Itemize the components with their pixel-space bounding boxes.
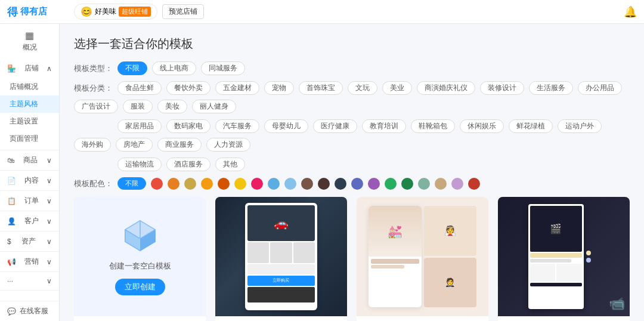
color-all[interactable]: 不限 xyxy=(117,177,146,190)
filter-cat-home[interactable]: 家居用品 xyxy=(117,119,162,133)
assets-label: 资产 xyxy=(21,236,36,246)
filter-cat-pet[interactable]: 宠物 xyxy=(264,81,294,95)
store-group-label: 店铺 xyxy=(24,63,39,73)
sidebar-group-orders-header[interactable]: 📋 订单 ∨ xyxy=(0,191,59,211)
filter-cat-digital[interactable]: 数码家电 xyxy=(166,119,210,133)
filter-cat-food2[interactable]: 餐饮外卖 xyxy=(166,81,210,95)
store-name: 好美味 xyxy=(95,7,116,17)
filter-cat-hardware[interactable]: 五金建材 xyxy=(215,81,259,95)
color-indigo[interactable] xyxy=(351,178,363,190)
filter-type-label: 模板类型： xyxy=(74,63,113,74)
filter-cat-decor[interactable]: 装修设计 xyxy=(480,81,524,95)
filter-cat-other[interactable]: 其他 xyxy=(215,158,245,171)
filter-type-online[interactable]: 线上电商 xyxy=(152,61,196,75)
filter-cat-clothes[interactable]: 服装 xyxy=(123,100,153,113)
sidebar-group-goods-header[interactable]: 🛍 商品 ∨ xyxy=(0,150,59,170)
filter-cat-outdoor[interactable]: 运动户外 xyxy=(558,119,602,133)
cube-3d-icon xyxy=(122,218,158,254)
color-brown[interactable] xyxy=(301,178,313,190)
color-teal[interactable] xyxy=(418,178,430,190)
filter-cat-transport[interactable]: 运输物流 xyxy=(117,158,162,171)
filter-category-label: 模板分类： xyxy=(74,83,113,94)
filter-type-local[interactable]: 同城服务 xyxy=(201,61,245,75)
filter-category-row1: 模板分类： 食品生鲜 餐饮外卖 五金建材 宠物 首饰珠宝 文玩 美业 商演婚庆礼… xyxy=(74,81,630,113)
filter-cat-realestate[interactable]: 房地产 xyxy=(116,138,153,152)
color-purple[interactable] xyxy=(368,178,380,190)
color-yellow-orange[interactable] xyxy=(201,178,213,190)
color-mauve[interactable] xyxy=(451,178,463,190)
filter-cat-antique[interactable]: 文玩 xyxy=(348,81,377,95)
filter-cat-biz[interactable]: 商业服务 xyxy=(157,138,202,152)
filter-cat-jewelry[interactable]: 首饰珠宝 xyxy=(299,81,343,95)
customers-icon: 👤 xyxy=(7,217,16,226)
chevron-assets-icon: ∨ xyxy=(47,237,52,246)
filter-cat-shoes[interactable]: 鞋靴箱包 xyxy=(411,119,455,133)
filter-type-all[interactable]: 不限 xyxy=(117,61,147,75)
card-footer-car: 汽车配件展示购买模板 官方团队 ▶ 使用 xyxy=(215,316,347,321)
filter-cat-hotel[interactable]: 酒店服务 xyxy=(166,158,210,171)
create-now-button[interactable]: 立即创建 xyxy=(115,279,165,295)
filter-cat-food[interactable]: 食品生鲜 xyxy=(117,81,162,95)
sidebar-group-store-header[interactable]: 🏪 店铺 ∧ xyxy=(0,58,59,78)
filter-cat-flowers[interactable]: 鲜花绿植 xyxy=(509,119,553,133)
sidebar-group-store: 🏪 店铺 ∧ 店铺概况 主题风格 主题设置 页面管理 xyxy=(0,58,59,150)
sidebar-bottom-service[interactable]: 💬 在线客服 xyxy=(0,301,59,321)
color-dark-orange[interactable] xyxy=(218,178,230,190)
color-dark-brown[interactable] xyxy=(318,178,330,190)
sidebar-item-page-manage[interactable]: 页面管理 xyxy=(0,130,59,147)
color-green[interactable] xyxy=(385,178,397,190)
template-card-wedding[interactable]: 💒 👰 🤵 婚礼策划 xyxy=(357,197,488,321)
sidebar-group-goods: 🛍 商品 ∨ xyxy=(0,150,59,171)
color-sky[interactable] xyxy=(284,178,296,190)
filter-cat-leisure[interactable]: 休闲娱乐 xyxy=(460,119,504,133)
filter-cat-office[interactable]: 办公用品 xyxy=(578,81,622,95)
color-dark-blue[interactable] xyxy=(335,178,346,190)
chevron-misc-icon: ∨ xyxy=(47,277,52,285)
filter-cat-cosmetics[interactable]: 美妆 xyxy=(157,100,187,113)
sidebar-item-theme-style[interactable]: 主题风格 xyxy=(0,95,59,113)
misc-icon: ··· xyxy=(7,277,13,285)
color-pink[interactable] xyxy=(251,178,263,190)
sidebar-group-content-header[interactable]: 📄 内容 ∨ xyxy=(0,171,59,190)
sidebar-item-store-overview[interactable]: 店铺概况 xyxy=(0,78,59,95)
preview-store-button[interactable]: 预览店铺 xyxy=(162,4,204,19)
color-tan[interactable] xyxy=(435,178,447,190)
filter-cat-fitness[interactable]: 丽人健身 xyxy=(192,100,236,113)
filter-cat-wedding[interactable]: 商演婚庆礼仪 xyxy=(417,81,475,95)
filter-cat-hr[interactable]: 人力资源 xyxy=(206,138,250,152)
filter-cat-ad[interactable]: 广告设计 xyxy=(74,100,118,113)
color-dark-green[interactable] xyxy=(401,178,413,190)
sidebar-group-misc-header[interactable]: ··· ∨ xyxy=(0,272,59,290)
filter-cat-health[interactable]: 医疗健康 xyxy=(313,119,357,133)
overview-icon: ▦ xyxy=(25,30,34,41)
color-gold[interactable] xyxy=(184,178,196,190)
filter-cat-car[interactable]: 汽车服务 xyxy=(215,119,259,133)
filter-cat-overseas[interactable]: 海外购 xyxy=(74,138,111,152)
sidebar-item-overview[interactable]: ▦ 概况 xyxy=(0,24,59,58)
sidebar-group-orders: 📋 订单 ∨ xyxy=(0,191,59,211)
goods-icon: 🛍 xyxy=(7,156,14,165)
filter-cat-beauty[interactable]: 美业 xyxy=(382,81,412,95)
color-red[interactable] xyxy=(151,178,163,190)
chevron-content-icon: ∨ xyxy=(47,177,52,185)
sidebar-group-marketing-header[interactable]: 📢 营销 ∨ xyxy=(0,252,59,271)
template-card-media[interactable]: 🎬 📹 xyxy=(498,197,630,321)
template-card-create[interactable]: 创建一套空白模板 立即创建 xyxy=(74,197,206,321)
marketing-label: 营销 xyxy=(24,257,39,267)
filter-cat-life[interactable]: 生活服务 xyxy=(529,81,573,95)
color-orange[interactable] xyxy=(168,178,179,190)
notification-bell-icon[interactable]: 🔔 xyxy=(624,6,637,18)
chevron-customers-icon: ∨ xyxy=(47,217,52,226)
orders-label: 订单 xyxy=(24,196,39,206)
sidebar-group-customers-header[interactable]: 👤 客户 ∨ xyxy=(0,211,59,231)
color-yellow[interactable] xyxy=(234,178,246,190)
color-dark-red[interactable] xyxy=(468,178,480,190)
sidebar-group-assets: $ 资产 ∨ xyxy=(0,232,59,252)
sidebar-item-theme-settings[interactable]: 主题设置 xyxy=(0,113,59,130)
sidebar-group-assets-header[interactable]: $ 资产 ∨ xyxy=(0,232,59,251)
filter-cat-edu[interactable]: 教育培训 xyxy=(362,119,406,133)
color-light-blue[interactable] xyxy=(268,178,280,190)
filter-cat-baby[interactable]: 母婴幼儿 xyxy=(264,119,308,133)
template-card-car[interactable]: 🚗 立即购买 xyxy=(215,197,347,321)
store-badge[interactable]: 😊 好美味 超级旺铺 xyxy=(74,4,157,20)
